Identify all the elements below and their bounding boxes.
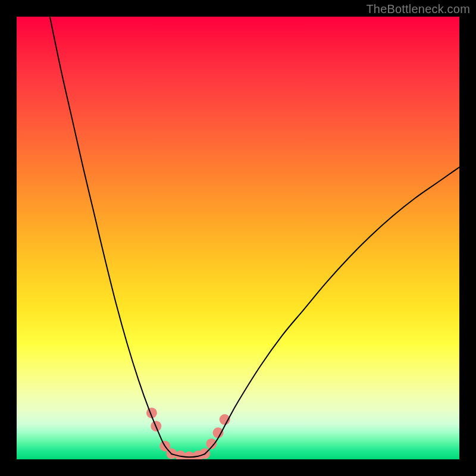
chart-frame: TheBottleneck.com [0,0,476,476]
curve-layer [17,17,459,459]
right-curve [205,167,459,454]
plot-area [17,17,459,459]
watermark-text: TheBottleneck.com [366,2,470,16]
left-curve [50,17,172,454]
highlight-dot [213,427,224,438]
